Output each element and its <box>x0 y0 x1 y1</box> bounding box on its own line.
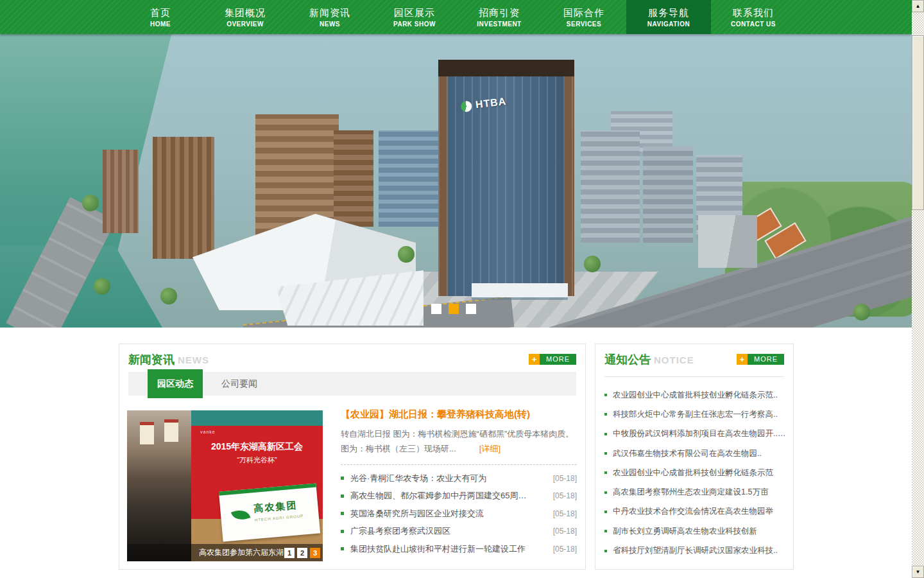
news-photo-slider[interactable]: vanke 2015年东湖高新区工会 “万科光谷杯” 高农集团 HTECH AG… <box>127 410 323 561</box>
notice-more-button[interactable]: + MORE <box>737 354 784 365</box>
main-tower <box>438 60 574 296</box>
flag-text: 高农集团 <box>253 499 298 515</box>
nav-menu: 首页 HOME 集团概况 OVERVIEW 新闻资讯 NEWS 园区展示 PAR… <box>118 0 796 34</box>
carousel-dot-1[interactable] <box>431 304 441 314</box>
news-item-date: [05-18] <box>553 491 577 500</box>
news-list-item[interactable]: 英国洛桑研究所与园区企业对接交流 [05-18] <box>341 505 577 523</box>
news-item-title: 光谷·青桐汇华农专场：农业大有可为 <box>350 473 548 484</box>
notice-title-zh: 通知公告 <box>604 353 651 366</box>
carousel-dot-3[interactable] <box>466 304 476 314</box>
news-list: 光谷·青桐汇华农专场：农业大有可为 [05-18] 高农生物园、都尔霍姆参加中丹… <box>341 469 577 558</box>
nav-item-services[interactable]: 国际合作 SERVICES <box>542 0 626 34</box>
scrollbar-thumb[interactable] <box>912 35 924 210</box>
wall-certificate <box>164 419 178 442</box>
notice-list-item[interactable]: 武汉伟嘉生物技术有限公司在高农生物园.. <box>604 444 788 463</box>
notice-panel-title: 通知公告NOTICE <box>604 352 694 367</box>
bullet-icon <box>604 550 607 552</box>
previous-slide-photo <box>127 410 191 561</box>
nav-item-contact[interactable]: 联系我们 CONTACT US <box>711 0 796 34</box>
scrollbar-down-arrow-icon[interactable]: ▼ <box>912 566 924 578</box>
bullet-icon <box>604 413 607 416</box>
nav-item-overview[interactable]: 集团概况 OVERVIEW <box>203 0 287 34</box>
notice-list-item[interactable]: 中牧股份武汉饲料添加剂项目在高农生物园开..… <box>604 425 788 444</box>
plus-icon: + <box>529 354 540 365</box>
feature-article-excerpt: 转自湖北日报 图为：梅书棋检测恩施“硒都黑”优质母本猪肉质。 图为：梅书棋（左三… <box>341 426 577 457</box>
notice-list-item[interactable]: 副市长刘立勇调研高农生物农业科技创新 <box>604 521 788 541</box>
notice-item-title: 中牧股份武汉饲料添加剂项目在高农生物园开..… <box>613 428 788 439</box>
notice-item-title: 科技部火炬中心常务副主任张志宏一行考察高.. <box>613 409 788 420</box>
news-item-title: 广宗县考察团考察武汉园区 <box>350 525 548 537</box>
news-list-item[interactable]: 光谷·青桐汇华农专场：农业大有可为 [05-18] <box>341 469 577 487</box>
carousel-dot-2-active[interactable] <box>449 304 459 314</box>
notice-title-en: NOTICE <box>654 355 694 365</box>
bullet-icon <box>604 491 607 494</box>
feature-article-title[interactable]: 【农业园】湖北日报：攀登养猪科技高地(转) <box>341 408 577 421</box>
hero-banner-image[interactable]: HTBA <box>0 34 912 328</box>
notice-item-title: 高农集团考察鄂州生态农业商定建设1.5万亩 <box>613 487 788 498</box>
news-list-item[interactable]: 广宗县考察团考察武汉园区 [05-18] <box>341 522 577 540</box>
news-panel: 新闻资讯NEWS + MORE 园区动态 公司要闻 vanke 2015年东湖高… <box>119 344 586 570</box>
bullet-icon <box>341 512 344 515</box>
nav-item-news[interactable]: 新闻资讯 NEWS <box>287 0 372 34</box>
tree <box>94 278 110 295</box>
nav-item-investment[interactable]: 招商引资 INVESTMENT <box>457 0 542 34</box>
news-list-item[interactable]: 集团扶贫队赴山坡街和平村进行新一轮建设工作 [05-18] <box>341 540 577 558</box>
tab-park-news-active[interactable]: 园区动态 <box>148 369 203 398</box>
nav-label-en: PARK SHOW <box>372 21 457 28</box>
notice-panel: 通知公告NOTICE + MORE 农业园创业中心成首批科技创业孵化链条示范..… <box>595 344 794 570</box>
slide-caption[interactable]: 高农集团参加第六届东湖 <box>199 544 284 561</box>
tree <box>584 256 601 272</box>
notice-list-item[interactable]: 中丹农业技术合作交流会情况在高农生物园举 <box>604 502 788 521</box>
notice-list-item[interactable]: 农业园创业中心成首批科技创业孵化链条示范.. <box>604 385 788 405</box>
detail-link[interactable]: [详细] <box>479 444 501 453</box>
wall-certificate <box>140 422 154 444</box>
nav-item-park-show[interactable]: 园区展示 PARK SHOW <box>372 0 457 34</box>
building <box>643 146 693 243</box>
news-item-date: [05-18] <box>553 527 577 536</box>
nav-label-en: NEWS <box>287 21 372 28</box>
top-navigation: 首页 HOME 集团概况 OVERVIEW 新闻资讯 NEWS 园区展示 PAR… <box>0 0 912 34</box>
slide-page-3-active[interactable]: 3 <box>310 548 320 558</box>
news-tabbar: 园区动态 公司要闻 <box>128 372 576 396</box>
news-feature-column: 【农业园】湖北日报：攀登养猪科技高地(转) 转自湖北日报 图为：梅书棋检测恩施“… <box>341 408 577 557</box>
nav-label-en: HOME <box>118 21 203 28</box>
nav-item-navigation-active[interactable]: 服务导航 NAVIGATION <box>626 0 711 34</box>
notice-item-title: 农业园创业中心成首批科技创业孵化链条示范 <box>613 468 788 478</box>
notice-list-item[interactable]: 科技部火炬中心常务副主任张志宏一行考察高.. <box>604 405 788 424</box>
tree <box>82 195 99 211</box>
news-item-date: [05-18] <box>553 545 577 554</box>
news-item-title: 高农生物园、都尔霍姆参加中丹两国建交65周… <box>350 490 548 502</box>
bullet-icon <box>341 495 344 498</box>
dashed-divider <box>341 464 577 465</box>
building <box>698 215 757 268</box>
nav-item-home[interactable]: 首页 HOME <box>118 0 203 34</box>
bullet-icon <box>341 530 344 533</box>
tab-company-news[interactable]: 公司要闻 <box>221 372 257 396</box>
bullet-icon <box>604 433 607 435</box>
slide-page-1[interactable]: 1 <box>284 548 295 558</box>
news-item-date: [05-18] <box>553 509 577 518</box>
bullet-icon <box>341 477 344 480</box>
slide-pagination: 1 2 3 <box>284 548 320 558</box>
nav-label-en: CONTACT US <box>711 21 796 28</box>
tower-entrance-canopy <box>472 283 568 297</box>
notice-item-title: 省科技厅刘望清副厅长调研武汉国家农业科技.. <box>613 545 788 556</box>
htba-logo-icon <box>460 100 472 112</box>
nav-label-zh: 国际合作 <box>542 7 626 19</box>
notice-list-item[interactable]: 高农集团考察鄂州生态农业商定建设1.5万亩 <box>604 482 788 502</box>
bullet-icon <box>604 471 607 474</box>
slide-page-2[interactable]: 2 <box>297 548 307 558</box>
building <box>581 130 640 243</box>
nav-label-zh: 新闻资讯 <box>287 7 372 19</box>
news-more-button[interactable]: + MORE <box>529 354 576 365</box>
notice-list-item[interactable]: 农业园创业中心成首批科技创业孵化链条示范 <box>604 463 788 482</box>
building <box>379 130 440 227</box>
scrollbar-up-arrow-icon[interactable]: ▲ <box>912 0 924 12</box>
browser-scrollbar-track[interactable]: ▲ ▼ <box>912 0 924 578</box>
nav-label-en: NAVIGATION <box>626 21 711 28</box>
notice-list-item[interactable]: 省科技厅刘望清副厅长调研武汉国家农业科技.. <box>604 541 788 560</box>
more-label: MORE <box>540 354 576 365</box>
banner-title: 2015年东湖高新区工会 <box>191 441 323 453</box>
bullet-icon <box>604 394 607 396</box>
news-list-item[interactable]: 高农生物园、都尔霍姆参加中丹两国建交65周… [05-18] <box>341 487 577 505</box>
